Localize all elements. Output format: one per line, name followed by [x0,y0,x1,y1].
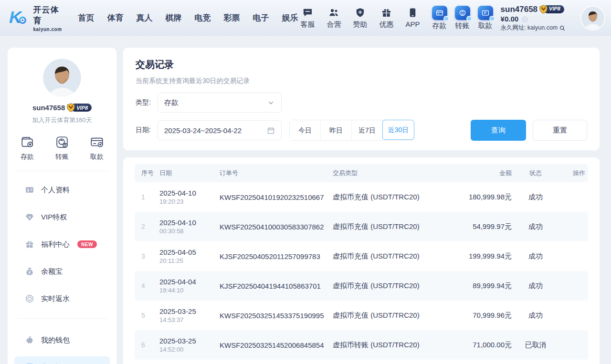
row-transaction-type: 虚拟币充值 (USDT/TRC20) [333,271,440,301]
table-header-row: 序号 日期 订单号 交易类型 金额 状态 操作 [135,164,588,182]
filter-actions: 查询 重置 [471,120,587,141]
sidebar-shortcut-3[interactable]: 取款 [90,135,104,161]
wallet-action-3[interactable]: 取款 [478,6,493,31]
sidebar-item-2[interactable]: VIP特权 [14,206,110,228]
row-date: 2025-04-1019:20:23 [159,182,220,212]
balance-refresh-icon[interactable] [521,16,528,23]
row-time-value: 20:11:25 [159,257,220,264]
nav-item-4[interactable]: 棋牌 [166,12,182,23]
range-button-4[interactable]: 近30日 [382,120,414,140]
brand-logo-icon: K [9,7,30,29]
quick-range-group: 今日昨日近7日近30日 [289,120,414,141]
sidebar-item-5[interactable]: 实时返水 [14,288,110,310]
gift-icon [25,239,34,249]
col-seq: 序号 [135,164,159,182]
page-title: 交易记录 [136,58,587,71]
nav-item-5[interactable]: 电竞 [195,12,211,23]
date-range-input[interactable]: 2025-03-24~2025-04-22 [158,120,282,140]
nav-item-2[interactable]: 体育 [107,12,124,23]
row-transaction-type: 虚拟币充值 (USDT/TRC20) [333,241,440,271]
nav-item-1[interactable]: 首页 [78,12,95,23]
perm-url-value[interactable]: kaiyun.com [527,24,558,32]
user-info-block: sun47658 VIP8 ¥0.00 永久网址: kaiyun.com [501,4,577,32]
topbar-link-label: 优惠 [379,20,394,29]
sidebar-item-6[interactable]: 我的钱包 [14,329,110,351]
vip-badge[interactable]: VIP8 [543,5,564,13]
user-avatar[interactable] [581,7,604,30]
table-row: 12025-04-1019:20:23KWSF20250410192023251… [135,182,588,212]
main-content: 交易记录 当前系统支持查询最近30日的交易记录 类型: 存款 日期: 2025-… [123,48,600,364]
row-date-value: 2025-04-10 [159,189,220,197]
col-order: 订单号 [220,164,333,182]
wallet-action-1[interactable]: 存款 [432,6,447,31]
row-status: 成功 [512,301,559,330]
main-nav: 首页体育真人棋牌电竞彩票电子娱乐 [78,12,298,23]
sidebar-item-1[interactable]: 个人资料 [14,179,110,201]
col-type: 交易类型 [333,164,440,182]
brand-logo[interactable]: K 开云体育 kaiyun.com [9,4,66,32]
nav-item-8[interactable]: 娱乐 [282,12,298,23]
topbar-link-1[interactable]: 客服 [298,7,317,29]
sidebar-item-4[interactable]: 余额宝 [14,260,110,282]
sidebar-vip-badge[interactable]: VIP8 [71,104,92,112]
row-time-value: 14:52:00 [159,346,220,353]
table-row: 22025-04-1000:30:58KWSF20250410003058330… [135,212,588,241]
range-button-1[interactable]: 今日 [290,120,321,140]
vip-level: VIP8 [549,6,560,12]
chat-icon [302,7,313,18]
row-date: 2025-03-2514:52:00 [159,330,220,360]
balance-row: ¥0.00 [501,15,577,24]
range-button-3[interactable]: 近7日 [352,120,383,140]
sidebar-avatar[interactable] [43,59,81,97]
table-row: 52025-03-2514:53:37KWSF20250325145337519… [135,301,588,330]
sidebar-user-row: sun47658 VIP8 [8,104,116,112]
col-status: 状态 [512,164,559,182]
username[interactable]: sun47658 [501,4,538,14]
tile-badge-icon [489,16,495,21]
row-seq: 4 [135,271,159,301]
reset-button[interactable]: 重置 [533,120,587,141]
search-button[interactable]: 查询 [471,120,526,141]
search-icon[interactable] [559,25,566,31]
records-table-panel: 序号 日期 订单号 交易类型 金额 状态 操作 12025-04-1019:20… [123,157,600,364]
wallet-action-2[interactable]: 转账 [455,6,470,31]
records-table: 序号 日期 订单号 交易类型 金额 状态 操作 12025-04-1019:20… [135,164,588,360]
row-action [559,271,588,301]
sidebar-shortcut-2[interactable]: 转账 [55,135,69,161]
topbar-link-5[interactable]: APP [403,7,422,29]
nav-item-3[interactable]: 真人 [137,12,153,23]
row-seq: 5 [135,301,159,330]
sidebar-item-label: 实时返水 [41,294,70,303]
sidebar-item-3[interactable]: 福利中心NEW [14,233,110,255]
sidebar-menu: 个人资料VIP特权福利中心NEW余额宝实时返水我的钱包交易记录 [8,179,116,364]
range-button-2[interactable]: 昨日 [321,120,352,140]
sidebar-item-label: VIP特权 [41,213,67,222]
piggy-bank-icon [25,335,34,345]
row-seq: 1 [135,182,159,212]
sidebar-shortcut-1[interactable]: 存款 [20,135,34,161]
nav-item-6[interactable]: 彩票 [224,12,240,23]
date-range-value: 2025-03-24~2025-04-22 [164,126,242,135]
row-action [559,182,588,212]
topbar-link-2[interactable]: 合营 [325,7,344,29]
topbar-link-4[interactable]: 优惠 [377,7,396,29]
row-transaction-type: 虚拟币转账 (USDT/TRC20) [333,330,440,360]
date-label: 日期: [136,126,158,135]
sidebar-username: sun47658 [32,104,65,112]
transfer-icon [55,135,69,149]
rebate-icon [25,294,34,303]
row-order-number: KJSF202504052011257099783 [220,241,333,271]
wallet-action-label: 存款 [432,21,447,31]
row-action [559,212,588,241]
nav-item-7[interactable]: 电子 [253,12,269,23]
sidebar-item-7[interactable]: 交易记录 [14,356,110,364]
vip-shield-icon [66,103,75,112]
table-row: 42025-04-0419:44:10KJSF20250404194410586… [135,271,588,301]
row-order-number: KJSF202504041944105863701 [220,271,333,301]
topbar-link-3[interactable]: 赞助 [351,7,370,29]
row-order-number: KWSF202504100030583307862 [220,212,333,241]
sidebar: sun47658 VIP8 加入开云体育第160天 存款转账取款 个人资料VIP… [8,48,116,364]
phone-icon [407,7,418,18]
type-select[interactable]: 存款 [158,93,282,113]
row-amount: 70,999.96元 [440,301,512,330]
